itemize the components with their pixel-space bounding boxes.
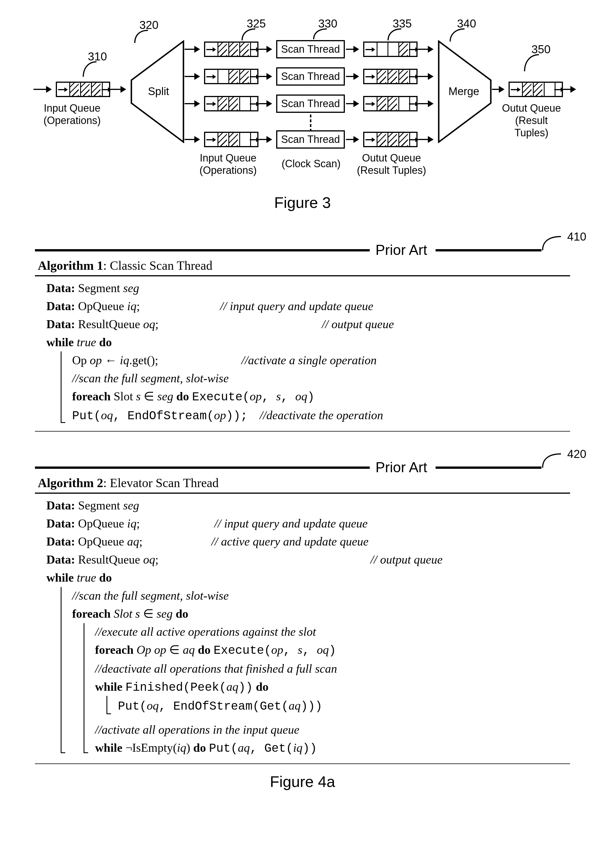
bracket-while-outer [61, 587, 62, 753]
arrow-input-to-split [111, 89, 125, 90]
arrow-r1c [346, 49, 358, 50]
out-queue-r3 [363, 96, 418, 112]
ref-420: 420 [567, 448, 586, 460]
arrow-r4c [346, 139, 358, 140]
arrow-r2c [346, 76, 358, 77]
arrow-r4b [259, 139, 271, 140]
lead-410 [541, 234, 567, 254]
arrow-r4a [184, 139, 199, 140]
algorithm-1-bottom-rule [35, 431, 570, 432]
input-queue-label: Input Queue(Operations) [43, 102, 101, 127]
arrow-r2a [184, 76, 199, 77]
algorithm-2-bottom-rule [35, 764, 570, 764]
arrow-r1a [184, 49, 199, 50]
lead-350 [520, 53, 543, 74]
arrow-r1d [418, 49, 432, 50]
arrow-r2d [418, 76, 432, 77]
algorithm-2-body: Data: Segment seg Data: OpQueue iq; // i… [35, 494, 570, 762]
arrow-r4d [418, 139, 432, 140]
out-queue-r2 [363, 69, 418, 84]
out-queue-r4 [363, 132, 418, 147]
arrow-r2b [259, 76, 271, 77]
algorithm-1-body: Data: Segment seg Data: OpQueue iq; // i… [35, 276, 570, 429]
lead-330 [309, 27, 333, 42]
output-queue-label: Outut Queue(Result Tuples) [497, 102, 566, 139]
algorithm-2-title: Algorithm 2: Elevator Scan Thread [35, 474, 570, 494]
algorithm-1-title: Algorithm 1: Classic Scan Thread [35, 257, 570, 276]
lead-335 [384, 27, 407, 43]
arrow-r3b [259, 103, 271, 104]
lead-325 [238, 27, 261, 43]
algorithm-2: Prior Art 420 Algorithm 2: Elevator Scan… [35, 460, 570, 764]
bracket-inner-while [107, 696, 107, 714]
algorithm-1: Prior Art 410 Algorithm 1: Classic Scan … [35, 243, 570, 432]
in-queue-r2 [204, 69, 258, 84]
arrow-out [563, 89, 575, 90]
arrow-merge-to-output [492, 89, 503, 90]
scan-thread-r1: Scan Thread [276, 40, 345, 59]
in-queue-r1 [204, 42, 258, 57]
mid-out-label: Outut Queue(Result Tuples) [357, 152, 426, 177]
prior-art-bar-1: Prior Art 410 [35, 243, 570, 257]
arrow-r3a [184, 103, 199, 104]
mid-center-label: (Clock Scan) [280, 158, 343, 170]
scan-thread-r3: Scan Thread [276, 95, 345, 113]
bracket-foreach [84, 623, 84, 753]
output-queue [509, 82, 563, 97]
ellipsis-dashes [310, 115, 311, 132]
split-label: Split [148, 85, 169, 98]
ref-410: 410 [567, 230, 586, 243]
lead-420 [541, 452, 567, 472]
out-queue-r1 [363, 42, 418, 57]
figure-4a-caption: Figure 4a [23, 773, 582, 790]
merge-label: Merge [449, 85, 480, 98]
mid-in-label: Input Queue(Operations) [200, 152, 257, 177]
figure-3: 310 320 325 330 335 340 350 Input Q [39, 17, 566, 192]
scan-thread-r2: Scan Thread [276, 67, 345, 85]
arrow-r3d [418, 103, 432, 104]
input-queue [56, 82, 110, 97]
figure-3-caption: Figure 3 [23, 194, 582, 211]
lead-310 [79, 60, 102, 80]
arrow-r3c [346, 103, 358, 104]
in-queue-r3 [204, 96, 258, 112]
scan-thread-r4: Scan Thread [276, 130, 345, 149]
arrow-r1b [259, 49, 271, 50]
arrow-into-input-queue [34, 89, 51, 90]
prior-art-bar-2: Prior Art 420 [35, 460, 570, 474]
in-queue-r4 [204, 132, 258, 147]
bracket-while [61, 351, 62, 423]
